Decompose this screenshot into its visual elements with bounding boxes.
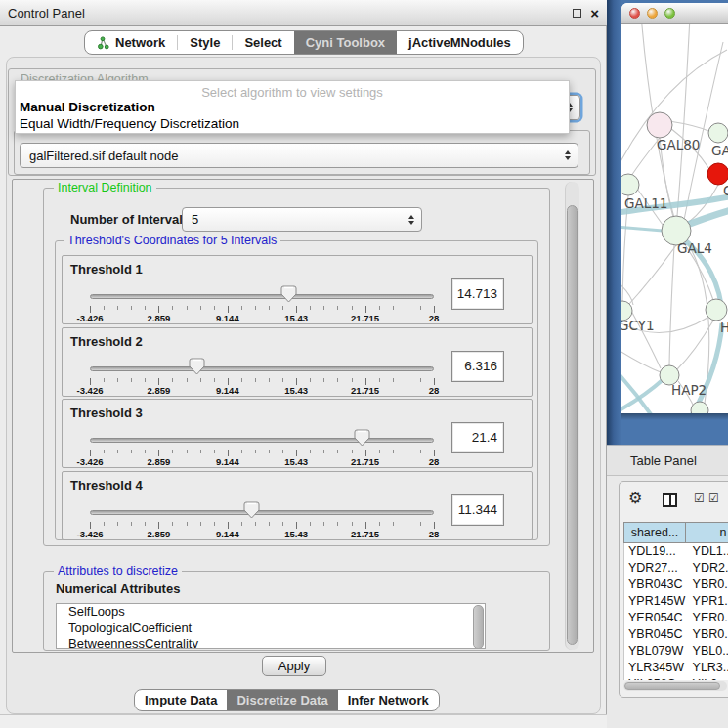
bottom-tab-impute-data[interactable]: Impute Data xyxy=(135,690,227,710)
threshold-value-field[interactable]: 21.4 xyxy=(451,422,504,453)
number-of-intervals-select[interactable]: 5 xyxy=(182,207,422,232)
tab-network[interactable]: Network xyxy=(85,31,177,54)
table-cell[interactable]: YBL0... xyxy=(687,643,728,660)
tick-mark xyxy=(352,522,353,526)
algorithm-option-equal-width-frequency-discretization[interactable]: Equal Width/Frequency Discretization xyxy=(16,115,569,132)
table-cell[interactable]: YLR3... xyxy=(687,660,728,676)
table-cell[interactable]: YBR045C xyxy=(624,626,687,643)
tab-select[interactable]: Select xyxy=(233,31,293,54)
table-row[interactable]: YBR045CYBR0... xyxy=(624,626,728,643)
network-node-gal11[interactable] xyxy=(621,174,639,195)
tick-mark xyxy=(187,450,188,453)
close-icon[interactable]: × xyxy=(590,6,599,21)
table-cell[interactable]: YBR043C xyxy=(624,577,687,593)
table-cell[interactable]: YIL052C xyxy=(624,676,687,680)
tab-style[interactable]: Style xyxy=(178,31,232,54)
attribute-item-betweennesscentrality[interactable]: BetweennessCentrality xyxy=(57,636,485,649)
tick-mark xyxy=(407,522,407,526)
threshold-value-field[interactable]: 14.713 xyxy=(451,278,504,310)
slider-handle[interactable] xyxy=(354,429,370,447)
tick-mark xyxy=(282,378,283,382)
network-node-h[interactable] xyxy=(706,299,727,321)
table-row[interactable]: YER054CYER0... xyxy=(624,610,728,626)
vertical-scrollbar-thumb[interactable] xyxy=(567,205,578,645)
tick-mark xyxy=(200,306,201,310)
threshold-value-field[interactable]: 6.316 xyxy=(451,351,504,382)
table-data-select[interactable]: galFiltered.sif default node xyxy=(20,143,578,168)
tick-mark xyxy=(90,306,91,313)
tick-mark xyxy=(90,522,91,529)
tick-label: 21.715 xyxy=(351,385,379,396)
checkbox-icon[interactable]: ☑ xyxy=(694,492,705,504)
attribute-item-selfloops[interactable]: SelfLoops xyxy=(57,604,485,621)
network-node-gal80[interactable] xyxy=(647,112,672,138)
threshold-slider-track[interactable] xyxy=(90,438,434,443)
tab-cyni-toolbox[interactable]: Cyni Toolbox xyxy=(294,31,397,54)
table-cell[interactable]: YDR27... xyxy=(624,560,687,577)
network-canvas[interactable]: GAL80GACGAL11GAL4GCY1HHAP2 xyxy=(621,24,728,413)
tick-label: 15.43 xyxy=(284,385,308,396)
panel-bottom-strip xyxy=(0,714,607,728)
table-cell[interactable]: YIL0... xyxy=(687,676,728,680)
column-view-icon[interactable] xyxy=(663,493,677,507)
numerical-attributes-list[interactable]: SelfLoopsTopologicalCoefficientBetweenne… xyxy=(56,603,486,649)
table-cell[interactable]: YBR0... xyxy=(687,577,728,593)
attribute-item-topologicalcoefficient[interactable]: TopologicalCoefficient xyxy=(57,621,485,637)
horizontal-scrollbar-thumb[interactable] xyxy=(624,682,720,690)
tick-mark xyxy=(172,306,173,310)
node-label: C xyxy=(723,183,728,198)
table-row[interactable]: YBL079WYBL0... xyxy=(624,643,728,660)
bottom-tab-discretize-data[interactable]: Discretize Data xyxy=(227,690,337,710)
bottom-tab-infer-network[interactable]: Infer Network xyxy=(338,690,439,710)
table-cell[interactable]: YDL19... xyxy=(624,543,687,560)
table-row[interactable]: YDL19...YDL1... xyxy=(624,543,728,560)
float-window-icon[interactable] xyxy=(573,9,581,18)
horizontal-scrollbar[interactable] xyxy=(623,681,727,691)
slider-handle[interactable] xyxy=(243,501,260,519)
tick-mark xyxy=(228,450,229,456)
network-node[interactable] xyxy=(691,402,708,413)
table-row[interactable]: YIL052CYIL0... xyxy=(624,676,728,680)
table-cell[interactable]: YBR0... xyxy=(687,626,728,643)
table-row[interactable]: YLR345WYLR3... xyxy=(624,660,728,676)
threshold-slider-track[interactable] xyxy=(90,294,434,299)
table-row[interactable]: YBR043CYBR0... xyxy=(624,577,728,593)
tab-jactivemnodules[interactable]: jActiveMNodules xyxy=(397,31,523,54)
slider-handle[interactable] xyxy=(189,358,205,375)
gear-icon[interactable]: ⚙ xyxy=(628,491,642,506)
slider-handle[interactable] xyxy=(280,285,297,303)
network-node-c[interactable] xyxy=(707,163,728,185)
tick-mark xyxy=(379,450,380,453)
table-cell[interactable]: YBL079W xyxy=(624,643,687,660)
tick-mark xyxy=(117,378,118,382)
network-node-ga[interactable] xyxy=(708,123,728,143)
list-scrollbar-thumb[interactable] xyxy=(473,605,484,649)
algorithm-option-manual-discretization[interactable]: Manual Discretization xyxy=(16,99,569,115)
checkbox-icon[interactable]: ☑ xyxy=(708,492,719,504)
table-cell[interactable]: YER0... xyxy=(687,610,728,626)
zoom-traffic-light-icon[interactable] xyxy=(664,8,675,19)
threshold-slider-track[interactable] xyxy=(90,366,434,371)
tick-mark xyxy=(337,450,338,453)
table-cell[interactable]: YER054C xyxy=(624,610,687,626)
apply-button[interactable]: Apply xyxy=(262,656,326,676)
table-cell[interactable]: YPR1... xyxy=(687,593,728,610)
table-cell[interactable]: YDL1... xyxy=(687,543,728,560)
threshold-slider-track[interactable] xyxy=(90,510,434,515)
table-cell[interactable]: YPR145W xyxy=(624,593,687,610)
close-traffic-light-icon[interactable] xyxy=(629,8,640,19)
column-header-shared-[interactable]: shared... xyxy=(623,522,686,543)
panel-title: Control Panel xyxy=(8,6,85,21)
table-row[interactable]: YPR145WYPR1... xyxy=(624,593,728,610)
table-cell[interactable]: YLR345W xyxy=(624,660,687,676)
threshold-panel-3: Threshold 3-3.4262.8599.14415.4321.71528… xyxy=(62,399,533,468)
network-edge xyxy=(669,245,674,365)
column-header-n[interactable]: n xyxy=(685,522,728,543)
table-cell[interactable]: YDR2... xyxy=(687,560,728,577)
minimize-traffic-light-icon[interactable] xyxy=(647,8,658,19)
tick-mark xyxy=(310,306,311,310)
threshold-value-field[interactable]: 11.344 xyxy=(451,494,504,526)
tick-mark xyxy=(214,450,215,453)
network-window-titlebar[interactable] xyxy=(621,3,728,24)
table-row[interactable]: YDR27...YDR2... xyxy=(624,560,728,577)
